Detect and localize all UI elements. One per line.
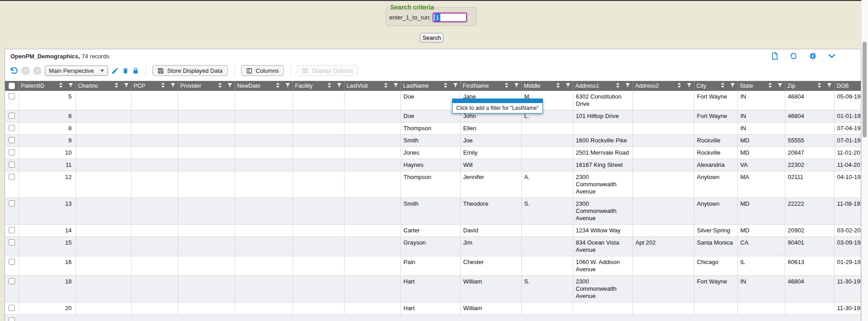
cell-provider[interactable]: [178, 91, 235, 110]
cell-dob[interactable]: 11-01-2018: [834, 147, 861, 159]
cell-dob[interactable]: 11-30-1954: [834, 276, 861, 302]
cell-city[interactable]: Fort Wayne: [694, 110, 737, 123]
column-header-newdate[interactable]: NewDate: [235, 81, 292, 91]
row-checkbox[interactable]: [9, 317, 15, 321]
cell-dob[interactable]: 07-04-1970: [834, 123, 861, 135]
sort-icon[interactable]: [161, 83, 165, 89]
cell-facility[interactable]: [292, 159, 344, 171]
cell-lastvisit[interactable]: [344, 276, 401, 302]
prev-perspective-button[interactable]: ‹: [21, 66, 30, 75]
cell-city[interactable]: Fort Wayne: [694, 276, 737, 302]
row-checkbox[interactable]: [9, 259, 15, 265]
cell-address2[interactable]: [632, 225, 694, 237]
cell-chartno[interactable]: [75, 198, 131, 225]
cell-state[interactable]: MD: [737, 147, 785, 159]
cell-address2[interactable]: [632, 171, 694, 198]
cell-state[interactable]: IL: [737, 256, 785, 276]
cell-address1[interactable]: 1600 Rockville Pike: [573, 135, 632, 147]
cell-middle[interactable]: [521, 256, 573, 276]
sort-icon[interactable]: [59, 83, 63, 89]
cell-patientid[interactable]: 18: [19, 276, 75, 302]
sort-icon[interactable]: [114, 83, 118, 89]
column-header-chartno[interactable]: Chartno: [75, 81, 131, 91]
cell-facility[interactable]: [292, 135, 344, 147]
cell-pcp[interactable]: [131, 147, 178, 159]
cell-dob[interactable]: 11-30-1954: [834, 302, 861, 315]
cell-lastvisit[interactable]: [344, 159, 401, 171]
cell-patientid[interactable]: 14: [19, 225, 75, 237]
cell-newdate[interactable]: [235, 147, 292, 159]
cell-dob[interactable]: 03-02-2010: [834, 225, 861, 237]
row-checkbox[interactable]: [9, 113, 15, 119]
cell-city[interactable]: Santa Monica: [694, 237, 737, 256]
cell-address1[interactable]: 2300 Commonwealth Avenue: [573, 276, 632, 302]
column-header-state[interactable]: State: [737, 81, 785, 91]
cell-provider[interactable]: [178, 171, 235, 198]
select-all-checkbox[interactable]: [9, 83, 15, 89]
cell-pcp[interactable]: [131, 110, 178, 123]
cell-provider[interactable]: [178, 225, 235, 237]
cell-state[interactable]: IN: [737, 91, 785, 110]
cell-facility[interactable]: [292, 225, 344, 237]
cell-facility[interactable]: [292, 302, 344, 315]
cell-pcp[interactable]: [131, 237, 178, 256]
cell-provider[interactable]: [178, 276, 235, 302]
filter-icon[interactable]: [687, 83, 692, 89]
cell-chartno[interactable]: [75, 147, 131, 159]
cell-newdate[interactable]: [235, 110, 292, 123]
cell-address1[interactable]: [573, 302, 632, 315]
cell-lastvisit[interactable]: [344, 91, 401, 110]
cell-lastvisit[interactable]: [344, 123, 401, 135]
cell-address2[interactable]: [632, 276, 694, 302]
cell-patientid[interactable]: 12: [19, 171, 75, 198]
column-header-middle[interactable]: Middle: [521, 81, 573, 91]
filter-icon[interactable]: [285, 83, 290, 89]
cell-facility[interactable]: [292, 256, 344, 276]
cell-chartno[interactable]: [75, 256, 131, 276]
cell-firstname[interactable]: Emily: [460, 147, 521, 159]
sort-icon[interactable]: [384, 83, 388, 89]
cell-address2[interactable]: [632, 302, 694, 315]
filter-icon[interactable]: [68, 83, 73, 89]
cell-provider[interactable]: [178, 110, 235, 123]
cell-zip[interactable]: [785, 302, 834, 315]
cell-newdate[interactable]: [235, 302, 292, 315]
column-header-lastvisit[interactable]: LastVisit: [344, 81, 401, 91]
cell-middle[interactable]: [521, 225, 573, 237]
cell-facility[interactable]: [292, 171, 344, 198]
cell-address2[interactable]: [632, 135, 694, 147]
cell-patientid[interactable]: 20: [19, 302, 75, 315]
lock-icon[interactable]: [132, 67, 139, 75]
cell-firstname[interactable]: Jim: [460, 237, 521, 256]
cell-zip[interactable]: 46804: [785, 110, 834, 123]
cell-pcp[interactable]: [131, 171, 178, 198]
cell-zip[interactable]: 22222: [785, 198, 834, 225]
cell-address2[interactable]: [632, 91, 694, 110]
cell-middle[interactable]: A.: [521, 171, 573, 198]
undo-icon[interactable]: [9, 66, 18, 75]
cell-lastname[interactable]: Doe: [401, 91, 460, 110]
sort-icon[interactable]: [721, 83, 725, 89]
perspective-select[interactable]: Main Perspective: [45, 66, 108, 76]
cell-state[interactable]: MD: [737, 225, 785, 237]
cell-city[interactable]: Chicago: [694, 256, 737, 276]
column-header-firstname[interactable]: FirstName: [460, 81, 521, 91]
column-header-city[interactable]: City: [694, 81, 737, 91]
cell-address2[interactable]: [632, 159, 694, 171]
cell-address2[interactable]: [632, 256, 694, 276]
cell-chartno[interactable]: [75, 237, 131, 256]
cell-chartno[interactable]: [75, 225, 131, 237]
page-scrollbar-thumb[interactable]: [863, 42, 867, 137]
cell-zip[interactable]: 60613: [785, 256, 834, 276]
cell-middle[interactable]: [521, 159, 573, 171]
cell-lastname[interactable]: Jones: [401, 147, 460, 159]
cell-address1[interactable]: 101 Hilltop Drive: [573, 110, 632, 123]
cell-lastvisit[interactable]: [344, 147, 401, 159]
cell-lastname[interactable]: Thompson: [401, 123, 460, 135]
cell-pcp[interactable]: [131, 256, 178, 276]
cell-lastvisit[interactable]: [344, 256, 401, 276]
cell-facility[interactable]: [292, 276, 344, 302]
cell-lastname[interactable]: Doe: [401, 110, 460, 123]
sort-icon[interactable]: [505, 83, 509, 89]
cell-chartno[interactable]: [75, 91, 131, 110]
